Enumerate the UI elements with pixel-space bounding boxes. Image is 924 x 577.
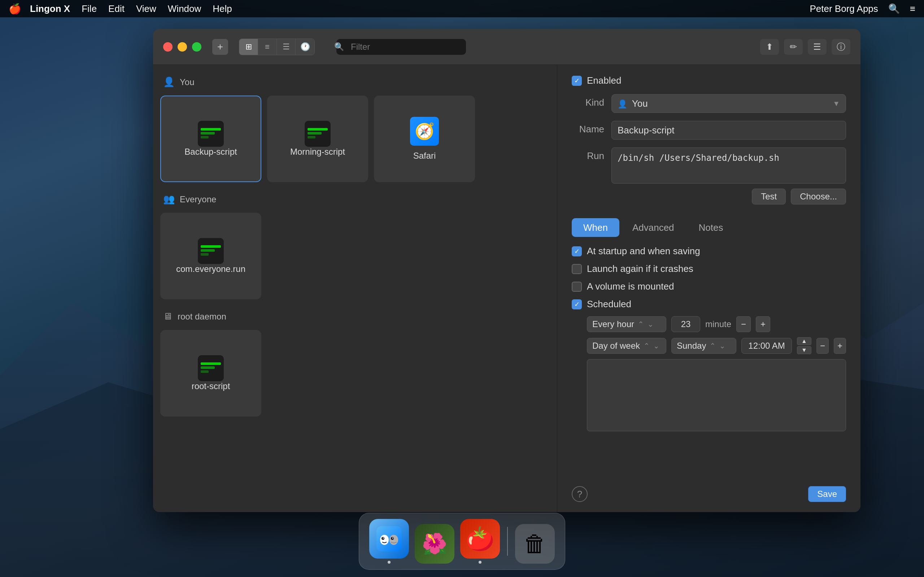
weekday-dropdown[interactable]: Sunday ⌃ ⌄ — [671, 338, 736, 354]
svg-point-8 — [393, 538, 393, 539]
tab-advanced[interactable]: Advanced — [621, 218, 686, 237]
run-control: /bin/sh /Users/Shared/backup.sh Test Cho… — [611, 148, 846, 205]
apple-menu-icon[interactable]: 🍎 — [9, 3, 21, 15]
minute-increment[interactable]: + — [756, 316, 770, 332]
scheduled-controls: Every hour ⌃ ⌄ minute − + Day of week — [587, 316, 846, 431]
group-icon: 👥 — [163, 193, 175, 205]
clock-view-button[interactable]: 🕐 — [296, 39, 314, 55]
minimize-button[interactable] — [178, 42, 187, 52]
day-type-arrow: ⌃ — [643, 342, 650, 350]
svg-point-7 — [383, 538, 384, 539]
section-you-label: You — [180, 77, 195, 87]
day-type-dropdown[interactable]: Day of week ⌃ ⌄ — [587, 338, 666, 354]
volume-mounted-checkbox[interactable] — [572, 282, 582, 292]
launch-again-label: Launch again if it crashes — [587, 263, 693, 274]
script-item-root[interactable]: root-script — [160, 330, 261, 416]
enabled-checkbox[interactable]: ✓ — [572, 76, 582, 86]
edit-button[interactable]: ✏ — [784, 39, 803, 55]
run-label: Run — [572, 148, 604, 161]
choose-button[interactable]: Choose... — [791, 189, 846, 205]
left-panel: 👤 You Backup-script — [153, 65, 557, 512]
weekday-value: Sunday — [677, 341, 706, 351]
help-button[interactable]: ? — [572, 486, 588, 502]
at-startup-checkbox[interactable]: ✓ — [572, 246, 582, 256]
kind-label: Kind — [572, 94, 604, 108]
section-everyone: 👥 Everyone — [160, 189, 550, 209]
scheduled-label: Scheduled — [587, 298, 631, 310]
name-input[interactable] — [611, 121, 846, 140]
interval-arrow: ⌃ — [638, 320, 644, 329]
minute-label: minute — [705, 319, 731, 329]
time-increment[interactable]: ▲ — [797, 337, 811, 345]
time-minus[interactable]: − — [816, 338, 829, 354]
minute-decrement[interactable]: − — [736, 316, 751, 332]
tomato-app-icon: 🍅 — [460, 519, 500, 559]
test-button[interactable]: Test — [752, 189, 786, 205]
search-input[interactable] — [336, 39, 466, 55]
add-script-button[interactable]: + — [212, 39, 228, 55]
share-button[interactable]: ⬆ — [760, 39, 779, 55]
time-input[interactable] — [741, 338, 792, 354]
save-button[interactable]: Save — [808, 486, 846, 502]
script-item-backup[interactable]: Backup-script — [160, 95, 261, 182]
tab-bar: When Advanced Notes — [572, 218, 846, 237]
com-everyone-icon — [198, 238, 224, 264]
script-item-com-everyone[interactable]: com.everyone.run — [160, 213, 261, 299]
traffic-lights — [163, 42, 201, 52]
time-plus[interactable]: + — [834, 338, 846, 354]
detail-view-button[interactable]: ☰ — [277, 39, 296, 55]
launch-again-checkbox[interactable] — [572, 264, 582, 274]
script-item-morning[interactable]: Morning-script — [267, 95, 368, 182]
dock-item-trash[interactable]: 🗑 — [515, 524, 555, 564]
section-you: 👤 You — [160, 72, 550, 92]
source-view-button[interactable]: ☰ — [808, 39, 827, 55]
run-textarea[interactable]: /bin/sh /Users/Shared/backup.sh — [611, 148, 846, 184]
time-decrement[interactable]: ▼ — [797, 346, 811, 354]
menubar-app-name[interactable]: Lingon X — [30, 3, 70, 15]
root-script-label: root-script — [192, 381, 230, 391]
volume-mounted-label: A volume is mounted — [587, 281, 674, 292]
list-view-button[interactable]: ≡ — [258, 39, 277, 55]
section-root-label: root daemon — [178, 311, 226, 322]
interval-dropdown[interactable]: Every hour ⌃ ⌄ — [587, 316, 666, 332]
run-buttons: Test Choose... — [611, 189, 846, 205]
info-button[interactable]: ⓘ — [832, 39, 850, 55]
scheduled-row: ✓ Scheduled — [572, 298, 846, 310]
menubar-help[interactable]: Help — [213, 3, 232, 15]
menubar-list-icon[interactable]: ≡ — [910, 3, 915, 15]
window-body: 👤 You Backup-script — [153, 65, 861, 512]
titlebar-right-buttons: ⬆ ✏ ☰ ⓘ — [760, 39, 850, 55]
fullscreen-button[interactable] — [192, 42, 201, 52]
safari-label: Safari — [413, 151, 436, 161]
script-item-safari[interactable]: 🧭 Safari — [374, 95, 475, 182]
grid-view-button[interactable]: ⊞ — [239, 39, 258, 55]
dock-item-tomato[interactable]: 🍅 — [460, 519, 500, 564]
tab-when[interactable]: When — [572, 218, 619, 237]
menubar-window[interactable]: Window — [168, 3, 201, 15]
tab-notes[interactable]: Notes — [687, 218, 735, 237]
weekday-arrow-down: ⌄ — [719, 342, 725, 350]
at-startup-row: ✓ At startup and when saving — [572, 246, 846, 257]
close-button[interactable] — [163, 42, 173, 52]
root-script-icon — [198, 355, 224, 381]
dock-item-persephone[interactable]: 🌺 — [415, 524, 454, 564]
backup-script-label: Backup-script — [184, 147, 237, 157]
name-control — [611, 121, 846, 140]
volume-mounted-row: A volume is mounted — [572, 281, 846, 292]
checkmark-icon-2: ✓ — [574, 247, 580, 255]
bottom-row: ? Save — [572, 480, 846, 502]
menubar-file[interactable]: File — [82, 3, 97, 15]
scheduled-checkbox[interactable]: ✓ — [572, 299, 582, 309]
dock-item-finder[interactable] — [369, 519, 409, 564]
finder-icon — [369, 519, 409, 559]
menubar-search-icon[interactable]: 🔍 — [888, 3, 900, 15]
backup-script-icon — [198, 121, 224, 147]
user-icon: 👤 — [163, 76, 175, 88]
menubar-view[interactable]: View — [136, 3, 156, 15]
menubar-edit[interactable]: Edit — [108, 3, 124, 15]
section-everyone-label: Everyone — [180, 194, 216, 205]
kind-dropdown[interactable]: 👤 You ▼ — [611, 94, 846, 113]
menubar: 🍎 Lingon X File Edit View Window Help Pe… — [0, 0, 924, 17]
interval-value: Every hour — [592, 319, 634, 329]
minute-input[interactable] — [671, 316, 700, 332]
